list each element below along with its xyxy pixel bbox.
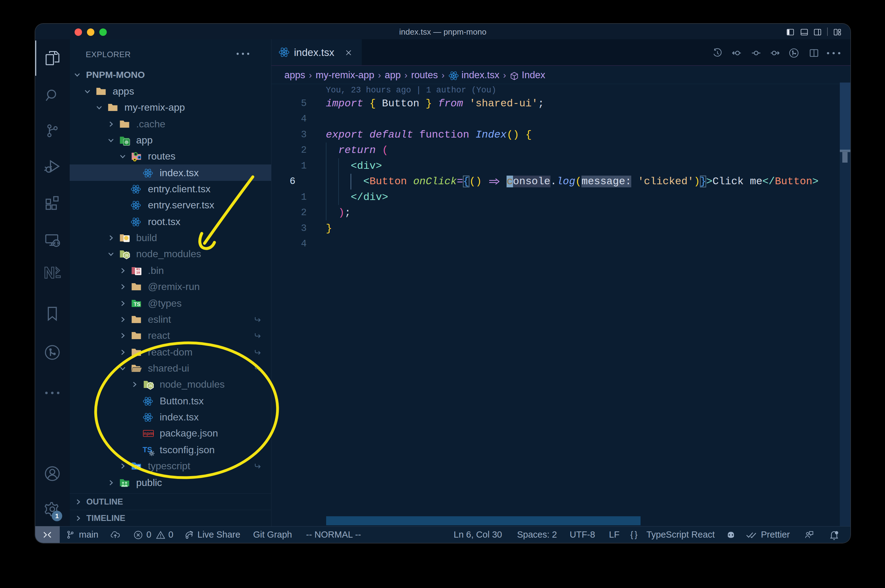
svg-text:JS: JS: [125, 254, 129, 257]
svg-text:JS: JS: [149, 384, 152, 388]
